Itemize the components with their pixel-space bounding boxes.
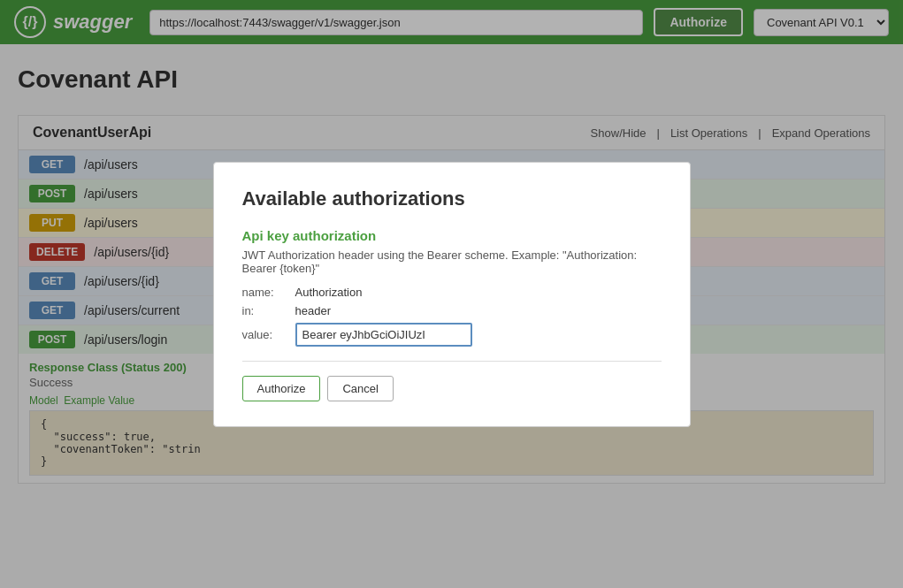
- auth-description: JWT Authorization header using the Beare…: [242, 248, 662, 275]
- auth-value-input[interactable]: [295, 323, 472, 347]
- auth-in-row: in: header: [242, 304, 662, 317]
- auth-modal: Available authorizations Api key authori…: [213, 162, 691, 427]
- auth-value-label: value:: [242, 328, 295, 341]
- auth-name-row: name: Authorization: [242, 286, 662, 299]
- auth-name-value: Authorization: [295, 286, 363, 299]
- modal-actions: Authorize Cancel: [242, 376, 662, 401]
- auth-type-title: Api key authorization: [242, 228, 662, 243]
- auth-in-value: header: [295, 304, 331, 317]
- modal-title: Available authorizations: [242, 187, 662, 210]
- modal-divider: [242, 361, 662, 362]
- modal-overlay[interactable]: Available authorizations Api key authori…: [0, 0, 903, 512]
- auth-value-row: value:: [242, 323, 662, 347]
- auth-name-label: name:: [242, 286, 295, 299]
- modal-cancel-button[interactable]: Cancel: [327, 376, 393, 401]
- modal-authorize-button[interactable]: Authorize: [242, 376, 321, 401]
- auth-in-label: in:: [242, 304, 295, 317]
